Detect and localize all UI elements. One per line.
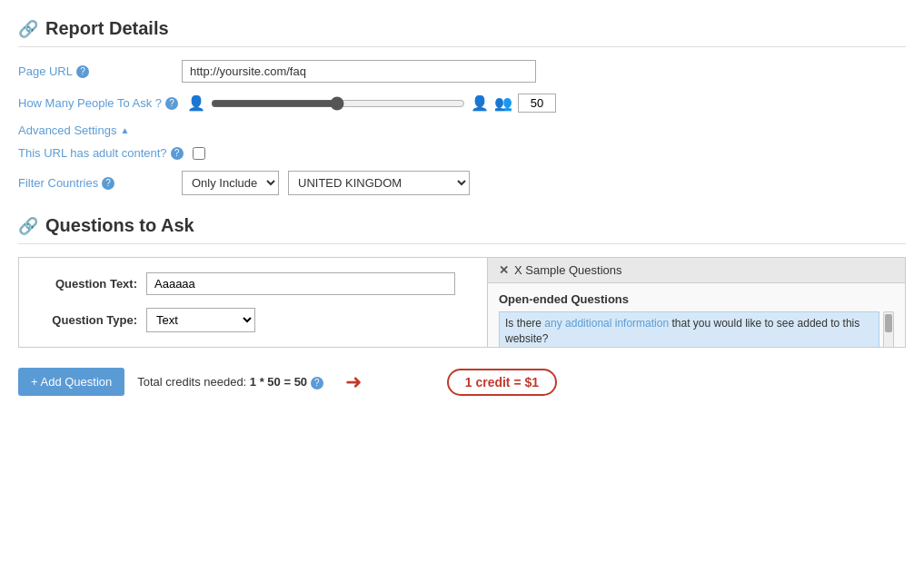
sample-panel: ✕ X Sample Questions Open-ended Question… <box>487 258 905 347</box>
question-type-label: Question Type: <box>37 313 137 327</box>
page-url-row: Page URL ? <box>18 60 906 83</box>
report-details-header: 🔗 Report Details <box>18 9 906 47</box>
person-icon-mid: 👤 <box>471 94 489 112</box>
page-wrapper: 🔗 Report Details Page URL ? How Many Peo… <box>0 0 924 572</box>
advanced-settings-toggle[interactable]: Advanced Settings ▲ <box>18 123 906 137</box>
how-many-row: How Many People To Ask ? ? 👤 👤 👥 <box>18 94 906 113</box>
slider-row: 👤 👤 👥 <box>187 94 556 113</box>
questions-section: 🔗 Questions to Ask ✕ Question Text: Ques… <box>18 206 906 348</box>
chevron-up-icon: ▲ <box>120 125 129 135</box>
question-text-input[interactable] <box>146 272 455 295</box>
question-text-row: Question Text: <box>37 272 455 295</box>
credit-badge: 1 credit = $1 <box>447 369 557 396</box>
page-url-label: Page URL ? <box>18 64 173 78</box>
adult-content-label: This URL has adult content? ? <box>18 146 184 160</box>
people-slider[interactable] <box>211 96 465 111</box>
adult-content-help-icon[interactable]: ? <box>171 147 184 160</box>
question-text-label: Question Text: <box>37 277 137 291</box>
credits-info: Total credits needed: 1 * 50 = 50 ? <box>137 375 323 390</box>
open-ended-title: Open-ended Questions <box>499 292 894 306</box>
filter-countries-label: Filter Countries ? <box>18 176 173 190</box>
question-type-select[interactable]: Text Multiple Choice Rating <box>146 308 255 332</box>
highlight-text: any additional information <box>544 317 669 330</box>
adult-content-checkbox[interactable] <box>193 147 205 160</box>
report-details-title: Report Details <box>45 18 169 39</box>
page-url-help-icon[interactable]: ? <box>76 65 89 78</box>
country-select[interactable]: UNITED KINGDOM UNITED STATES CANADA AUST… <box>288 171 470 195</box>
arrow-icon: ➜ <box>345 370 362 394</box>
credits-help-icon[interactable]: ? <box>311 377 323 390</box>
sample-tab[interactable]: ✕ X Sample Questions <box>488 258 905 283</box>
page-url-input[interactable] <box>182 60 536 83</box>
group-icon: 👥 <box>494 94 512 112</box>
question-type-row: Question Type: Text Multiple Choice Rati… <box>37 308 455 332</box>
questions-card: ✕ Question Text: Question Type: Text Mul… <box>18 257 906 348</box>
sample-tab-label: X Sample Questions <box>514 263 622 277</box>
bottom-bar: + Add Question Total credits needed: 1 *… <box>18 360 906 396</box>
filter-type-select[interactable]: Only Include Exclude <box>182 171 279 195</box>
filter-countries-row: Filter Countries ? Only Include Exclude … <box>18 171 906 195</box>
questions-title: Questions to Ask <box>45 215 194 236</box>
sample-content: Open-ended Questions Is there any additi… <box>488 283 905 347</box>
question-form: Question Text: Question Type: Text Multi… <box>19 258 473 347</box>
questions-header: 🔗 Questions to Ask <box>18 206 906 244</box>
person-single-icon: 👤 <box>187 94 205 112</box>
questions-link-icon: 🔗 <box>18 216 38 236</box>
add-question-button[interactable]: + Add Question <box>18 368 124 396</box>
open-ended-scrollbar[interactable] <box>883 311 894 347</box>
scrollbar-thumb-1 <box>885 314 892 332</box>
adult-content-row: This URL has adult content? ? <box>18 146 906 160</box>
slider-value-input[interactable] <box>518 94 556 113</box>
link-icon: 🔗 <box>18 19 38 39</box>
credits-text: Total credits needed: 1 * 50 = 50 <box>137 375 307 389</box>
filter-countries-help-icon[interactable]: ? <box>102 177 114 190</box>
advanced-settings-label: Advanced Settings <box>18 123 116 137</box>
sample-tab-x[interactable]: ✕ <box>499 263 509 277</box>
how-many-help-icon[interactable]: ? <box>165 97 178 110</box>
sample-question-1[interactable]: Is there any additional information that… <box>499 311 879 347</box>
how-many-label: How Many People To Ask ? ? <box>18 96 178 110</box>
